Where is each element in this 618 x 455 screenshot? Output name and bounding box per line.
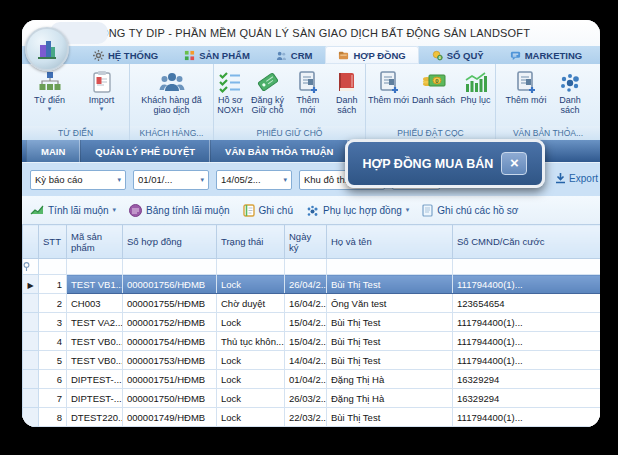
cell-ngay-ky: 26/04/2... <box>285 275 327 294</box>
giu-cho-them-moi-button[interactable]: Thêm mới <box>289 69 327 116</box>
filter-cell[interactable] <box>39 259 67 275</box>
van-ban-danh-sach-button[interactable]: Danh sách <box>549 69 591 116</box>
cell-ho-va-ten: Bùi Thị Test <box>327 313 453 332</box>
cell-ho-va-ten: Đặng Thị Hà <box>327 370 453 389</box>
khach-hang-da-giao-dich-button[interactable]: Khách hàng đã giao dịch <box>133 69 211 116</box>
row-indicator: ▶ <box>23 332 39 351</box>
blue-dots-small-icon <box>306 204 319 217</box>
ribbon-button-label: Phụ lục <box>460 95 490 105</box>
dropdown-value: Kỳ báo cáo <box>35 174 83 185</box>
close-icon[interactable]: × <box>501 152 527 175</box>
ky-bao-cao-dropdown[interactable]: Kỳ báo cáo ▾ <box>30 170 126 190</box>
cell-so-hop-dong: 000001751/HĐMB <box>123 370 217 389</box>
cell-stt: 7 <box>39 389 67 408</box>
doc-plus-icon <box>297 69 319 95</box>
cell-ma-san-pham: DIPTEST-... <box>67 389 123 408</box>
svg-text:0: 0 <box>439 55 441 59</box>
filter-cell[interactable] <box>327 259 453 275</box>
ribbon-button-label: Khách hàng đã giao dịch <box>133 95 211 116</box>
header-stt[interactable]: STT <box>39 225 67 259</box>
filter-cell[interactable] <box>67 259 123 275</box>
cell-so-hop-dong: 000001754/HĐMB <box>123 332 217 351</box>
filter-cell[interactable] <box>453 259 601 275</box>
ribbon-tab-marketing[interactable]: MARKETING <box>497 46 596 64</box>
dat-coc-danh-sach-button[interactable]: 0 Danh sách <box>412 69 456 105</box>
ribbon-button-label: Thêm mới <box>368 95 409 105</box>
filter-cell[interactable] <box>285 259 327 275</box>
toolbar-button-label: Ghi chú <box>259 205 293 216</box>
header-trang-thai[interactable]: Trạng thái <box>217 225 285 259</box>
cell-ngay-ky: 22/03/2... <box>285 408 327 427</box>
grid-header-row: STT Mã sản phẩm Số hợp đồng Trạng thái N… <box>23 225 601 259</box>
tab-van-ban-thoa-thuan[interactable]: VĂN BẢN THỎA THUẬN <box>210 140 348 162</box>
to-date-dropdown[interactable]: 14/05/2... ▾ <box>216 170 292 190</box>
table-row[interactable]: ▶ 2 CH003 000001755/HĐMB Chờ duyệt 16/04… <box>23 294 601 313</box>
bang-tinh-lai-muon-button[interactable]: Bảng tính lãi muộn <box>129 204 229 217</box>
export-button[interactable]: Export <box>555 172 598 184</box>
dat-coc-them-moi-button[interactable]: Thêm mới <box>368 69 410 105</box>
table-row[interactable]: ▶ 6 DIPTEST-... 000001751/HĐMB Lock 01/0… <box>23 370 601 389</box>
cell-so-hop-dong: 000001755/HĐMB <box>123 294 217 313</box>
tab-quan-ly-phe-duyet[interactable]: QUẢN LÝ PHÊ DUYỆT <box>80 140 210 162</box>
doc-plus-icon <box>378 69 400 95</box>
ribbon-tab-san-pham[interactable]: SẢN PHẨM <box>171 46 263 64</box>
purple-disc-icon <box>129 204 142 217</box>
import-button[interactable]: Import ▾ <box>77 69 127 112</box>
color-grid-icon <box>184 50 195 61</box>
chevron-down-icon: ▾ <box>113 206 117 214</box>
green-chart-small-icon <box>30 204 44 216</box>
table-row[interactable]: ▶ 5 TEST VB0... 000001753/HĐMB Lock 14/0… <box>23 351 601 370</box>
money-icon: 0 <box>421 69 447 95</box>
app-logo-button[interactable] <box>25 27 69 71</box>
tab-main[interactable]: MAIN <box>26 140 80 162</box>
chevron-down-icon: ▾ <box>100 105 104 112</box>
dat-coc-phu-luc-button[interactable]: Phụ lục <box>458 69 494 105</box>
contracts-grid: STT Mã sản phẩm Số hợp đồng Trạng thái N… <box>22 224 600 427</box>
landsoft-logo-icon <box>35 37 59 61</box>
from-date-dropdown[interactable]: 01/01/... ▾ <box>133 170 209 190</box>
tu-dien-button[interactable]: Từ điển ▾ <box>25 69 75 112</box>
ribbon-button-label: Hồ sơ NOXH <box>214 95 246 116</box>
phu-luc-hop-dong-button[interactable]: Phụ lục hợp đồng ▾ <box>306 204 409 217</box>
ribbon-tab-hop-dong[interactable]: HỢP ĐỒNG <box>325 46 418 64</box>
ribbon-tab-he-thong[interactable]: HỆ THỐNG <box>80 46 171 64</box>
header-ngay-ky[interactable]: Ngày ký <box>285 225 327 259</box>
selected-row-arrow-icon: ▶ <box>27 281 33 290</box>
table-row[interactable]: ▶ 4 TEST VB0... 000001754/HĐMB Thủ tục k… <box>23 332 601 351</box>
header-ma-san-pham[interactable]: Mã sản phẩm <box>67 225 123 259</box>
ghi-chu-cac-ho-so-button[interactable]: Ghi chú các hồ sơ <box>422 204 518 217</box>
ghi-chu-button[interactable]: Ghi chú <box>243 204 293 217</box>
cell-trang-thai: Chờ duyệt <box>217 294 285 313</box>
ribbon-tab-crm[interactable]: CRM <box>263 46 326 64</box>
ribbon-tab-label: SỔ QUỸ <box>447 50 484 61</box>
doc-note-icon <box>422 204 433 217</box>
ribbon-tab-so-quy[interactable]: 0 SỔ QUỸ <box>419 46 497 64</box>
table-row[interactable]: ▶ 3 TEST VA2... 000001752/HĐMB Lock 15/0… <box>23 313 601 332</box>
cell-ma-san-pham: DTEST220... <box>67 408 123 427</box>
ribbon-button-label: Import <box>89 95 115 105</box>
green-tag-icon <box>255 69 281 95</box>
row-indicator: ▶ <box>23 370 39 389</box>
table-row[interactable]: ▶ 1 TEST VB1... 000001756/HĐMB Lock 26/0… <box>23 275 601 294</box>
tinh-lai-muon-button[interactable]: Tính lãi muộn ▾ <box>30 204 116 216</box>
cell-so-cmnd: 111794400(1)... <box>453 313 601 332</box>
dropdown-value: 14/05/2... <box>221 174 261 185</box>
cell-ho-va-ten: Bùi Thị Test <box>327 351 453 370</box>
table-row[interactable]: ▶ 8 DTEST220... 000001749/HĐMB Lock 22/0… <box>23 408 601 427</box>
cell-ma-san-pham: TEST VB1... <box>67 275 123 294</box>
filter-cell[interactable] <box>123 259 217 275</box>
header-so-cmnd[interactable]: Số CMND/Căn cước <box>453 225 601 259</box>
hop-dong-mua-ban-tab-callout[interactable]: HỢP ĐỒNG MUA BÁN × <box>345 139 545 188</box>
dang-ky-giu-cho-button[interactable]: Đăng ký Giữ chỗ <box>248 69 286 116</box>
green-chart-icon <box>464 69 488 95</box>
ho-so-noxh-button[interactable]: Hồ sơ NOXH <box>214 69 246 116</box>
header-indicator <box>23 225 39 259</box>
van-ban-them-moi-button[interactable]: Thêm mới <box>505 69 547 105</box>
header-so-hop-dong[interactable]: Số hợp đồng <box>123 225 217 259</box>
table-row[interactable]: ▶ 7 DIPTEST-... 000001750/HĐMB Lock 26/0… <box>23 389 601 408</box>
giu-cho-danh-sach-button[interactable]: Danh sách <box>329 69 365 116</box>
filter-cell[interactable] <box>217 259 285 275</box>
header-ho-va-ten[interactable]: Họ và tên <box>327 225 453 259</box>
people-group-icon <box>158 69 186 95</box>
grid-toolbar: Tính lãi muộn ▾ Bảng tính lãi muộn Ghi c… <box>22 196 600 224</box>
